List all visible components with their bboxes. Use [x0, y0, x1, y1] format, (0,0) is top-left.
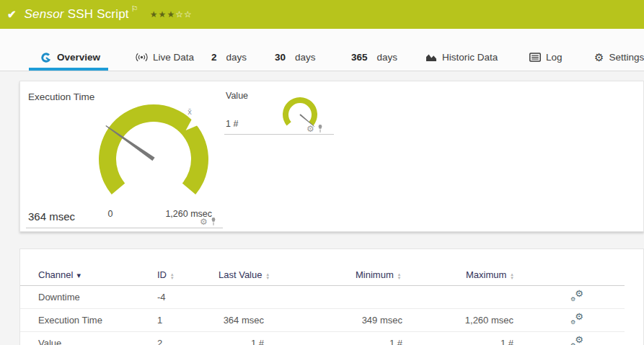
primary-gauge-title: Execution Time — [28, 91, 94, 102]
secondary-current-value: 1 # — [226, 119, 238, 129]
stars-filled: ★★★ — [150, 9, 175, 19]
gear-icon: ⚙ — [594, 52, 604, 63]
tab-label: days — [295, 52, 316, 63]
tab-log[interactable]: Log — [529, 45, 563, 70]
cell-last-value — [200, 286, 334, 309]
table-row: Downtime -4 ⚙⚙ — [20, 286, 625, 309]
tab-label: days — [377, 52, 398, 63]
gear-icon[interactable]: ⚙ — [200, 218, 208, 226]
column-header-channel[interactable]: Channel▾ — [20, 265, 139, 286]
table-header-row: Channel▾ ID▴▾ Last Value▴▾ Minimum▴▾ Max… — [20, 265, 625, 286]
channels-table: Channel▾ ID▴▾ Last Value▴▾ Minimum▴▾ Max… — [20, 265, 625, 345]
pin-icon[interactable] — [210, 218, 217, 226]
flag-icon: ⚐ — [131, 4, 138, 13]
tab-label: Live Data — [153, 52, 194, 63]
channel-settings-gears-icon[interactable]: ⚙⚙ — [570, 336, 583, 345]
cell-last-value: 364 msec — [200, 309, 334, 332]
tab-bar: Overview Live Data 2days 30days 365days … — [0, 29, 644, 71]
gear-icon[interactable]: ⚙ — [306, 125, 314, 133]
cell-last-value: 1 # — [200, 332, 334, 345]
column-header-maximum[interactable]: Maximum▴▾ — [442, 265, 550, 286]
tab-30-days[interactable]: 30days — [275, 45, 316, 70]
priority-stars[interactable]: ★★★☆☆ — [150, 9, 193, 19]
primary-current-value: 364 msec — [28, 210, 75, 223]
pin-icon[interactable] — [317, 125, 324, 133]
cell-maximum: 1 # — [442, 332, 550, 345]
primary-gauge-tools: ⚙ — [200, 218, 217, 226]
cell-channel[interactable]: Execution Time — [20, 309, 139, 332]
column-header-actions — [550, 265, 625, 286]
status-ok-check-icon: ✔ — [7, 8, 17, 21]
channel-settings-gears-icon[interactable]: ⚙⚙ — [570, 313, 583, 324]
broadcast-icon — [136, 53, 148, 62]
tab-overview[interactable]: Overview — [40, 45, 100, 70]
execution-time-gauge: x̄ 0 1,260 msec — [92, 96, 219, 220]
panel-gap — [19, 232, 644, 248]
cell-id: -4 — [139, 286, 200, 309]
sort-icon: ▴▾ — [398, 272, 401, 279]
tab-label: Log — [546, 52, 563, 63]
cell-channel[interactable]: Value — [20, 332, 139, 345]
page-title: SensorSSH Script⚐ — [25, 7, 138, 22]
active-tab-underline — [29, 68, 108, 71]
sensor-titlebar: ✔ SensorSSH Script⚐ ★★★☆☆ — [0, 0, 644, 29]
column-header-last-value[interactable]: Last Value▴▾ — [200, 265, 334, 286]
tab-number: 2 — [211, 52, 217, 63]
sort-icon: ▴▾ — [266, 272, 269, 279]
tab-365-days[interactable]: 365days — [351, 45, 397, 70]
table-row: Value 2 1 # 1 # 1 # ⚙⚙ — [20, 332, 625, 345]
title-prefix: Sensor — [25, 7, 64, 21]
sensor-name: SSH Script — [68, 7, 129, 21]
tab-label: Overview — [57, 52, 100, 63]
area-chart-icon — [425, 53, 437, 62]
divider — [26, 228, 223, 228]
channels-panel: Channel▾ ID▴▾ Last Value▴▾ Minimum▴▾ Max… — [19, 248, 644, 345]
tab-label: Settings — [609, 52, 644, 63]
tab-label: Historic Data — [442, 52, 498, 63]
sort-icon: ▴▾ — [511, 272, 513, 279]
tab-label: days — [226, 52, 247, 63]
cell-maximum: 1,260 msec — [442, 309, 550, 332]
column-header-minimum[interactable]: Minimum▴▾ — [334, 265, 442, 286]
gauge-min-label: 0 — [108, 209, 113, 219]
column-header-id[interactable]: ID▴▾ — [139, 265, 200, 286]
tab-settings[interactable]: ⚙ Settings — [594, 45, 644, 70]
sort-desc-icon: ▾ — [76, 271, 81, 279]
cell-maximum — [442, 286, 550, 309]
log-icon — [529, 53, 541, 62]
tab-number: 30 — [275, 52, 286, 63]
mean-marker-label: x̄ — [188, 107, 192, 116]
channel-settings-gears-icon[interactable]: ⚙⚙ — [570, 290, 583, 301]
stars-empty: ☆☆ — [175, 9, 193, 19]
sort-icon: ▴▾ — [171, 272, 174, 279]
cell-minimum: 349 msec — [334, 309, 442, 332]
cell-id: 2 — [139, 332, 200, 345]
tab-2-days[interactable]: 2days — [211, 45, 247, 70]
divider — [224, 134, 334, 135]
gauge-icon — [40, 52, 52, 63]
tab-live-data[interactable]: Live Data — [136, 45, 194, 70]
cell-channel[interactable]: Downtime — [20, 286, 139, 309]
tab-historic-data[interactable]: Historic Data — [425, 45, 498, 70]
secondary-gauge-tools: ⚙ — [306, 125, 324, 133]
cell-minimum: 1 # — [334, 332, 442, 345]
secondary-gauge-title: Value — [226, 91, 248, 101]
tab-number: 365 — [351, 52, 368, 63]
table-row: Execution Time 1 364 msec 349 msec 1,260… — [20, 309, 625, 332]
content-area: Execution Time x̄ 0 1,260 msec 364 msec … — [0, 71, 644, 345]
cell-id: 1 — [139, 309, 200, 332]
gauges-panel: Execution Time x̄ 0 1,260 msec 364 msec … — [19, 81, 644, 232]
cell-minimum — [334, 286, 442, 309]
